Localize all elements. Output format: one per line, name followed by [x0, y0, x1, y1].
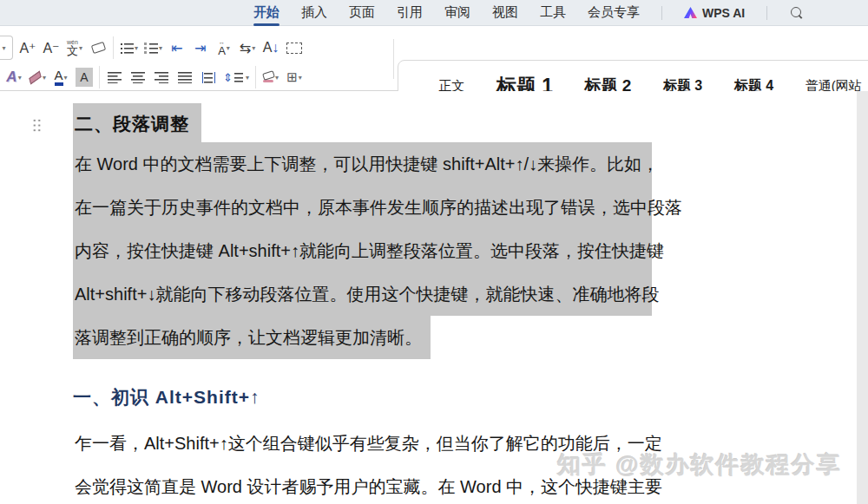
font-color-button[interactable]: A ▾ [52, 66, 69, 88]
line-spacing-bars-icon [234, 72, 243, 82]
chevron-down-icon: ▾ [299, 74, 302, 82]
chevron-down-icon: ▾ [79, 44, 82, 52]
pinyin-guide-icon: wén文 [67, 39, 78, 56]
paragraph-line: 在一篇关于历史事件的文档中，原本事件发生顺序的描述出现了错误，选中段落 [73, 186, 652, 229]
decrease-indent-button[interactable]: ⇤ [168, 36, 186, 59]
character-shading-button[interactable]: A [76, 66, 93, 88]
increase-indent-button[interactable]: ⇥ [192, 36, 209, 59]
ribbon-toolbar: ▾ A⁺ A⁻ wén文 ▾ ▾ ▾ ⇤ ⇥ ↔A ▾ [0, 27, 868, 91]
align-right-icon [155, 72, 168, 83]
bullet-list-button[interactable]: ▾ [120, 36, 138, 59]
doc-heading-2[interactable]: 一、初识 Alt+Shift+↑ [73, 385, 260, 409]
borders-icon: ⊞ [286, 69, 298, 85]
chevron-down-icon: ▾ [275, 74, 279, 82]
shading-button[interactable]: ▾ [262, 66, 279, 88]
distribute-icon [202, 72, 215, 83]
justify-button[interactable] [176, 66, 194, 88]
chevron-down-icon: ▾ [18, 74, 22, 82]
paragraph-line: Alt+shift+↓就能向下移动段落位置。使用这个快捷键，就能快速、准确地将段 [73, 272, 652, 316]
wps-ai-logo-icon [684, 7, 697, 18]
paragraph-line: 乍一看，Alt+Shift+↑这个组合键似乎有些复杂，但当你了解它的功能后，一定 [73, 422, 672, 465]
line-spacing-icon: ⇕ [223, 71, 233, 84]
toolbar-divider [393, 39, 394, 79]
eraser-icon [90, 42, 105, 54]
borders-button[interactable]: ⊞ ▾ [286, 66, 303, 88]
numbered-list-button[interactable]: ▾ [144, 36, 162, 59]
tab-review[interactable]: 审阅 [444, 4, 470, 21]
chevron-down-icon: ▾ [252, 44, 255, 52]
decrease-font-size-button[interactable]: A⁻ [43, 36, 60, 59]
paragraph-drag-handle-icon[interactable] [32, 118, 42, 133]
clear-format-button[interactable] [89, 36, 107, 59]
tab-tools[interactable]: 工具 [540, 4, 566, 21]
justify-icon [178, 72, 192, 83]
paragraph-line: 内容，按住快捷键 Alt+shift+↑就能向上调整段落位置。选中段落，按住快捷… [73, 229, 652, 272]
menu-tab-bar: 开始 插入 页面 引用 审阅 视图 工具 会员专享 WPS AI [0, 0, 868, 26]
toolbar-divider [113, 36, 114, 59]
search-button[interactable] [791, 5, 801, 21]
selected-heading-text: 二、段落调整 [73, 103, 201, 145]
chevron-down-icon: ▾ [64, 74, 68, 82]
paragraph-line: 在 Word 中的文档需要上下调整，可以用快捷键 shift+Alt+↑/↓来操… [73, 142, 652, 186]
wps-ai-button[interactable]: WPS AI [684, 6, 745, 20]
font-size-combo[interactable]: ▾ [0, 36, 13, 60]
tab-home[interactable]: 开始 [253, 4, 279, 21]
pinyin-guide-button[interactable]: wén文 ▾ [66, 36, 83, 59]
tab-page[interactable]: 页面 [349, 4, 375, 21]
line-spacing-button[interactable]: ⇕ ▾ [223, 66, 249, 88]
align-center-icon [131, 72, 145, 83]
chevron-down-icon: ▾ [159, 44, 162, 52]
character-scale-button[interactable]: ↔A ▾ [215, 36, 233, 59]
shading-icon [263, 72, 274, 82]
character-shading-icon: A [76, 68, 92, 87]
align-center-button[interactable] [129, 66, 147, 88]
font-color-icon: A [55, 69, 63, 86]
chevron-down-icon: ▾ [246, 74, 249, 82]
sort-button[interactable]: A↓ [262, 36, 279, 59]
toolbar-divider [99, 66, 100, 88]
tab-insert[interactable]: 插入 [301, 4, 327, 21]
toolbar-divider [255, 66, 256, 88]
tab-view[interactable]: 视图 [492, 4, 518, 21]
paragraph-line: 落调整到正确的顺序，让文档逻辑更加清晰。 [73, 316, 431, 359]
chevron-down-icon: ▾ [227, 44, 230, 52]
align-left-button[interactable] [106, 66, 123, 88]
chevron-down-icon: ▾ [135, 44, 138, 52]
page-right-margin [857, 91, 868, 504]
ribbon-row-2: A ▾ ▾ A ▾ A ⇕ ▾ ▾ ⊞ ▾ [0, 63, 303, 91]
chevron-down-icon: ▾ [2, 44, 5, 52]
character-scale-icon: ↔A [218, 39, 226, 56]
text-effects-button[interactable]: A ▾ [5, 66, 23, 88]
search-icon [791, 7, 801, 17]
body-paragraph[interactable]: 乍一看，Alt+Shift+↑这个组合键似乎有些复杂，但当你了解它的功能后，一定… [73, 422, 672, 504]
formatting-marks-icon [286, 43, 302, 54]
increase-font-size-button[interactable]: A⁺ [19, 36, 36, 59]
doc-heading-1[interactable]: 二、段落调整 [73, 103, 201, 145]
selected-paragraph[interactable]: 在 Word 中的文档需要上下调整，可以用快捷键 shift+Alt+↑/↓来操… [73, 142, 652, 359]
chevron-down-icon: ▾ [43, 74, 46, 82]
tab-reference[interactable]: 引用 [397, 4, 423, 21]
highlighter-button[interactable]: ▾ [29, 66, 46, 88]
swap-arrows-icon: ⇆ [240, 40, 251, 56]
document-canvas[interactable]: 二、段落调整 知乎 @数办软件教程分享 在 Word 中的文档需要上下调整，可以… [0, 91, 868, 504]
tabbar-divider [766, 6, 767, 20]
text-direction-button[interactable]: ⇆ ▾ [239, 36, 256, 59]
align-left-icon [108, 72, 122, 83]
ribbon-row-1: ▾ A⁺ A⁻ wén文 ▾ ▾ ▾ ⇤ ⇥ ↔A ▾ [0, 34, 303, 62]
numbered-list-icon [144, 43, 158, 54]
paragraph-line: 会觉得这简直是 Word 设计者赐予用户的宝藏。在 Word 中，这个快捷键主要 [73, 465, 672, 504]
bullet-list-icon [120, 43, 134, 54]
highlighter-icon [29, 70, 41, 84]
wps-ai-label: WPS AI [702, 6, 745, 20]
tab-member[interactable]: 会员专享 [588, 4, 640, 21]
distribute-button[interactable] [200, 66, 217, 88]
show-marks-button[interactable] [286, 36, 303, 59]
align-right-button[interactable] [153, 66, 170, 88]
sort-icon: A↓ [263, 40, 279, 56]
text-effects-icon: A [6, 69, 16, 86]
tabbar-divider [661, 6, 662, 20]
